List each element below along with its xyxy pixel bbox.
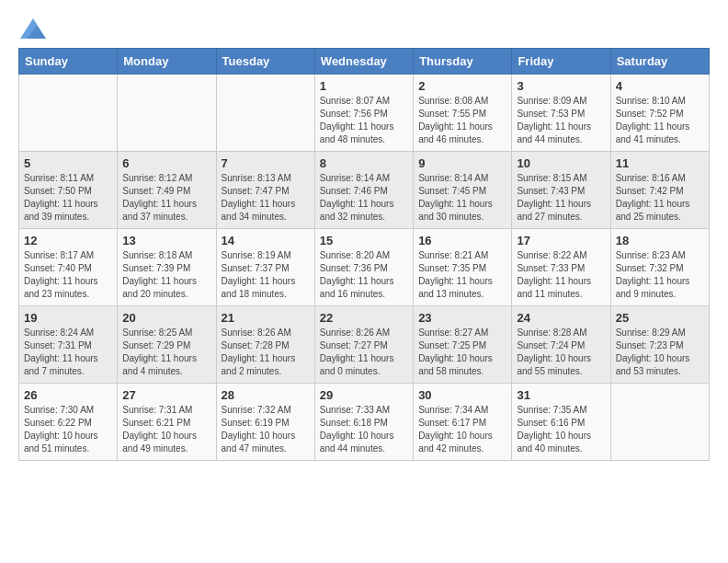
day-number: 10 bbox=[517, 156, 605, 170]
day-info: Sunrise: 8:11 AM Sunset: 7:50 PM Dayligh… bbox=[24, 172, 112, 224]
calendar-cell: 15Sunrise: 8:20 AM Sunset: 7:36 PM Dayli… bbox=[314, 229, 413, 306]
day-info: Sunrise: 8:09 AM Sunset: 7:53 PM Dayligh… bbox=[517, 95, 605, 146]
day-number: 5 bbox=[24, 156, 112, 170]
day-info: Sunrise: 8:12 AM Sunset: 7:49 PM Dayligh… bbox=[122, 172, 210, 224]
day-number: 15 bbox=[320, 234, 408, 247]
page-header bbox=[18, 18, 710, 39]
day-number: 3 bbox=[517, 79, 605, 93]
weekday-header-monday: Monday bbox=[118, 49, 216, 75]
day-number: 23 bbox=[418, 311, 506, 325]
calendar-cell: 5Sunrise: 8:11 AM Sunset: 7:50 PM Daylig… bbox=[19, 152, 118, 229]
day-info: Sunrise: 8:27 AM Sunset: 7:25 PM Dayligh… bbox=[418, 327, 506, 378]
calendar-week-2: 5Sunrise: 8:11 AM Sunset: 7:50 PM Daylig… bbox=[19, 152, 710, 229]
calendar-cell: 13Sunrise: 8:18 AM Sunset: 7:39 PM Dayli… bbox=[118, 229, 216, 306]
day-info: Sunrise: 8:20 AM Sunset: 7:36 PM Dayligh… bbox=[320, 249, 408, 301]
calendar-cell: 18Sunrise: 8:23 AM Sunset: 7:32 PM Dayli… bbox=[610, 229, 709, 306]
logo-icon bbox=[20, 18, 46, 39]
calendar-cell: 6Sunrise: 8:12 AM Sunset: 7:49 PM Daylig… bbox=[118, 152, 216, 229]
calendar-cell: 23Sunrise: 8:27 AM Sunset: 7:25 PM Dayli… bbox=[414, 306, 512, 384]
day-info: Sunrise: 8:13 AM Sunset: 7:47 PM Dayligh… bbox=[222, 172, 310, 224]
day-number: 4 bbox=[616, 79, 704, 93]
day-info: Sunrise: 8:26 AM Sunset: 7:28 PM Dayligh… bbox=[222, 327, 310, 378]
day-info: Sunrise: 8:24 AM Sunset: 7:31 PM Dayligh… bbox=[24, 327, 112, 378]
weekday-header-thursday: Thursday bbox=[414, 49, 512, 75]
day-number: 14 bbox=[222, 234, 310, 247]
calendar-cell: 8Sunrise: 8:14 AM Sunset: 7:46 PM Daylig… bbox=[314, 152, 413, 229]
day-number: 7 bbox=[222, 156, 310, 170]
weekday-header-tuesday: Tuesday bbox=[216, 49, 314, 75]
calendar-cell: 16Sunrise: 8:21 AM Sunset: 7:35 PM Dayli… bbox=[414, 229, 512, 306]
day-number: 25 bbox=[616, 311, 704, 325]
calendar-cell: 14Sunrise: 8:19 AM Sunset: 7:37 PM Dayli… bbox=[216, 229, 314, 306]
calendar-cell: 2Sunrise: 8:08 AM Sunset: 7:55 PM Daylig… bbox=[414, 75, 512, 152]
calendar-cell: 11Sunrise: 8:16 AM Sunset: 7:42 PM Dayli… bbox=[610, 152, 709, 229]
calendar-cell: 29Sunrise: 7:33 AM Sunset: 6:18 PM Dayli… bbox=[314, 384, 413, 461]
calendar-cell: 30Sunrise: 7:34 AM Sunset: 6:17 PM Dayli… bbox=[414, 384, 512, 461]
calendar-cell: 4Sunrise: 8:10 AM Sunset: 7:52 PM Daylig… bbox=[610, 75, 709, 152]
day-info: Sunrise: 8:23 AM Sunset: 7:32 PM Dayligh… bbox=[616, 249, 704, 301]
calendar-cell: 28Sunrise: 7:32 AM Sunset: 6:19 PM Dayli… bbox=[216, 384, 314, 461]
calendar-header-row: SundayMondayTuesdayWednesdayThursdayFrid… bbox=[19, 49, 710, 75]
day-number: 11 bbox=[616, 156, 704, 170]
day-info: Sunrise: 8:08 AM Sunset: 7:55 PM Dayligh… bbox=[418, 95, 506, 146]
calendar-cell bbox=[118, 75, 216, 152]
calendar-cell: 25Sunrise: 8:29 AM Sunset: 7:23 PM Dayli… bbox=[610, 306, 709, 384]
day-info: Sunrise: 8:14 AM Sunset: 7:46 PM Dayligh… bbox=[320, 172, 408, 224]
day-number: 19 bbox=[24, 311, 112, 325]
calendar-cell: 7Sunrise: 8:13 AM Sunset: 7:47 PM Daylig… bbox=[216, 152, 314, 229]
day-number: 12 bbox=[24, 234, 112, 247]
calendar-cell: 21Sunrise: 8:26 AM Sunset: 7:28 PM Dayli… bbox=[216, 306, 314, 384]
calendar-cell: 19Sunrise: 8:24 AM Sunset: 7:31 PM Dayli… bbox=[19, 306, 118, 384]
day-number: 24 bbox=[517, 311, 605, 325]
calendar-cell: 1Sunrise: 8:07 AM Sunset: 7:56 PM Daylig… bbox=[314, 75, 413, 152]
calendar-week-1: 1Sunrise: 8:07 AM Sunset: 7:56 PM Daylig… bbox=[19, 75, 710, 152]
calendar-cell: 9Sunrise: 8:14 AM Sunset: 7:45 PM Daylig… bbox=[414, 152, 512, 229]
logo bbox=[18, 18, 48, 39]
calendar-cell: 22Sunrise: 8:26 AM Sunset: 7:27 PM Dayli… bbox=[314, 306, 413, 384]
calendar-week-4: 19Sunrise: 8:24 AM Sunset: 7:31 PM Dayli… bbox=[19, 306, 710, 384]
day-info: Sunrise: 7:33 AM Sunset: 6:18 PM Dayligh… bbox=[320, 404, 408, 455]
day-number: 1 bbox=[320, 79, 408, 93]
calendar-cell: 24Sunrise: 8:28 AM Sunset: 7:24 PM Dayli… bbox=[512, 306, 610, 384]
day-info: Sunrise: 7:32 AM Sunset: 6:19 PM Dayligh… bbox=[222, 404, 310, 455]
day-info: Sunrise: 8:26 AM Sunset: 7:27 PM Dayligh… bbox=[320, 327, 408, 378]
day-info: Sunrise: 8:16 AM Sunset: 7:42 PM Dayligh… bbox=[616, 172, 704, 224]
day-number: 2 bbox=[418, 79, 506, 93]
day-info: Sunrise: 8:21 AM Sunset: 7:35 PM Dayligh… bbox=[418, 249, 506, 301]
day-info: Sunrise: 8:10 AM Sunset: 7:52 PM Dayligh… bbox=[616, 95, 704, 146]
calendar-cell: 12Sunrise: 8:17 AM Sunset: 7:40 PM Dayli… bbox=[19, 229, 118, 306]
calendar-table: SundayMondayTuesdayWednesdayThursdayFrid… bbox=[18, 48, 710, 461]
day-info: Sunrise: 7:31 AM Sunset: 6:21 PM Dayligh… bbox=[122, 404, 210, 455]
day-info: Sunrise: 8:19 AM Sunset: 7:37 PM Dayligh… bbox=[222, 249, 310, 301]
calendar-week-5: 26Sunrise: 7:30 AM Sunset: 6:22 PM Dayli… bbox=[19, 384, 710, 461]
day-info: Sunrise: 8:22 AM Sunset: 7:33 PM Dayligh… bbox=[517, 249, 605, 301]
day-info: Sunrise: 8:14 AM Sunset: 7:45 PM Dayligh… bbox=[418, 172, 506, 224]
day-number: 13 bbox=[122, 234, 210, 247]
day-number: 6 bbox=[122, 156, 210, 170]
day-info: Sunrise: 7:34 AM Sunset: 6:17 PM Dayligh… bbox=[418, 404, 506, 455]
day-number: 17 bbox=[517, 234, 605, 247]
weekday-header-saturday: Saturday bbox=[610, 49, 709, 75]
calendar-cell: 20Sunrise: 8:25 AM Sunset: 7:29 PM Dayli… bbox=[118, 306, 216, 384]
day-number: 16 bbox=[418, 234, 506, 247]
day-info: Sunrise: 8:15 AM Sunset: 7:43 PM Dayligh… bbox=[517, 172, 605, 224]
day-number: 30 bbox=[418, 388, 506, 402]
day-number: 27 bbox=[122, 388, 210, 402]
calendar-cell: 10Sunrise: 8:15 AM Sunset: 7:43 PM Dayli… bbox=[512, 152, 610, 229]
calendar-cell bbox=[610, 384, 709, 461]
day-info: Sunrise: 8:07 AM Sunset: 7:56 PM Dayligh… bbox=[320, 95, 408, 146]
day-info: Sunrise: 7:35 AM Sunset: 6:16 PM Dayligh… bbox=[517, 404, 605, 455]
day-info: Sunrise: 7:30 AM Sunset: 6:22 PM Dayligh… bbox=[24, 404, 112, 455]
day-info: Sunrise: 8:28 AM Sunset: 7:24 PM Dayligh… bbox=[517, 327, 605, 378]
calendar-cell bbox=[19, 75, 118, 152]
calendar-cell: 3Sunrise: 8:09 AM Sunset: 7:53 PM Daylig… bbox=[512, 75, 610, 152]
day-info: Sunrise: 8:17 AM Sunset: 7:40 PM Dayligh… bbox=[24, 249, 112, 301]
day-info: Sunrise: 8:18 AM Sunset: 7:39 PM Dayligh… bbox=[122, 249, 210, 301]
calendar-cell: 26Sunrise: 7:30 AM Sunset: 6:22 PM Dayli… bbox=[19, 384, 118, 461]
day-number: 22 bbox=[320, 311, 408, 325]
calendar-cell: 17Sunrise: 8:22 AM Sunset: 7:33 PM Dayli… bbox=[512, 229, 610, 306]
calendar-cell: 27Sunrise: 7:31 AM Sunset: 6:21 PM Dayli… bbox=[118, 384, 216, 461]
day-info: Sunrise: 8:29 AM Sunset: 7:23 PM Dayligh… bbox=[616, 327, 704, 378]
day-number: 20 bbox=[122, 311, 210, 325]
calendar-cell bbox=[216, 75, 314, 152]
